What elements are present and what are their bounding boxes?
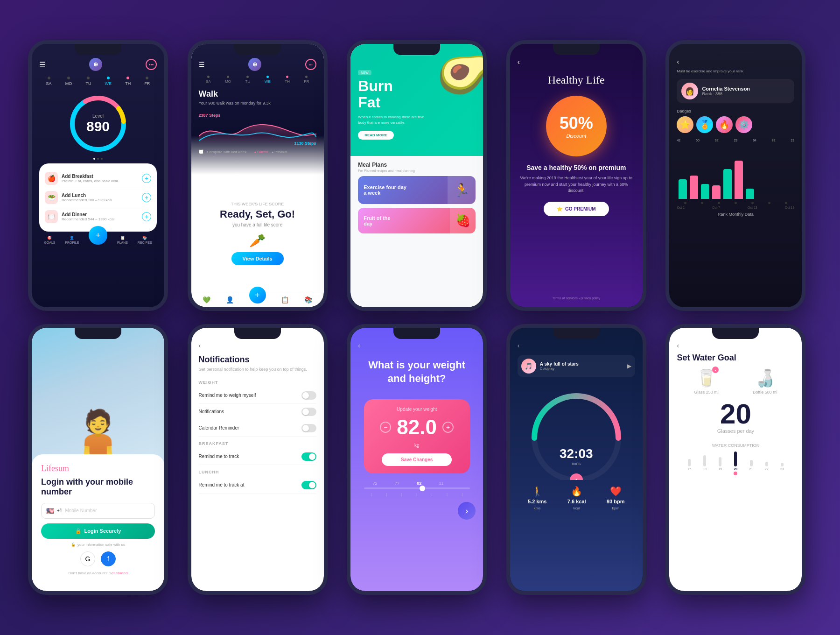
- artist-name: Coldplay: [540, 367, 579, 371]
- lock-icon: 🔒: [75, 528, 82, 534]
- lunch-name: Add Lunch: [62, 193, 142, 198]
- bpm-label: bpm: [612, 506, 620, 510]
- time-18: 18: [703, 455, 707, 475]
- badge-star: ⭐: [677, 116, 693, 133]
- add-breakfast-btn[interactable]: +: [142, 174, 151, 183]
- shield-icon: 🔒: [71, 543, 76, 547]
- meal-plans-title: Meal Plans: [358, 162, 476, 168]
- star-icon: ⭐: [557, 206, 562, 212]
- kcal-label: kcal: [574, 506, 580, 510]
- p2-nav-profile[interactable]: 👤: [226, 296, 234, 303]
- badges-row: ⭐ 🏅 🔥 ⚙️: [677, 116, 794, 133]
- p5-back-btn[interactable]: ‹: [677, 58, 794, 65]
- fruit-card-img: 🍓: [450, 208, 476, 233]
- steps-high: 2387 Steps: [199, 113, 221, 118]
- song-title: A sky full of stars: [540, 361, 579, 367]
- add-lunch-btn[interactable]: +: [142, 193, 151, 202]
- dinner-name: Add Dinner: [62, 212, 142, 217]
- p2-nav-health[interactable]: 💚: [203, 296, 210, 303]
- p7-back-btn[interactable]: ‹: [199, 342, 316, 349]
- badge-gear: ⚙️: [735, 116, 752, 133]
- p2-dots[interactable]: •••: [305, 59, 316, 70]
- google-btn[interactable]: G: [80, 551, 95, 566]
- activity-time-label: mins: [560, 461, 593, 466]
- bottle-label: Bottle 500 ml: [753, 390, 777, 395]
- p2-nav-plans[interactable]: 📋: [281, 296, 289, 303]
- nav-goals[interactable]: 🎯GOALS: [44, 236, 55, 244]
- rank-must: Must be exercise and improve your rank: [677, 69, 794, 73]
- kcal-icon: 🔥: [571, 486, 582, 497]
- view-details-btn[interactable]: View Details: [231, 252, 284, 265]
- exercise-card: Exercise four daya week 🏃: [358, 176, 476, 204]
- day-tu: TU: [85, 77, 91, 86]
- get-started-link[interactable]: Get Started: [109, 571, 128, 575]
- time-22: 22: [765, 462, 769, 475]
- phone-login: 🧘 Lifesum Login with your mobile number …: [28, 324, 168, 595]
- save-changes-btn[interactable]: Save Changes: [382, 453, 451, 466]
- lunch-item: 🥗 Add Lunch Recommended 160 – 920 kcal +: [45, 188, 151, 207]
- time-19: 19: [718, 457, 722, 475]
- breakfast-icon: 🍎: [45, 172, 58, 185]
- consumption-label: WATER CONSUMPTION: [677, 443, 794, 448]
- toggle-track-at[interactable]: [301, 481, 316, 489]
- phone-activity: ‹ 🎵 A sky full of stars Coldplay ▶: [506, 324, 646, 595]
- p2-hamburger[interactable]: ☰: [199, 61, 205, 68]
- user-rank: Rank : 388: [702, 92, 750, 96]
- p2-nav-recipes[interactable]: 📚: [304, 296, 312, 303]
- glasses-count: 20: [677, 400, 794, 428]
- safe-text: 🔒 your information safe with us: [41, 543, 155, 547]
- weight-unit: kg: [373, 443, 461, 448]
- toggle-weigh[interactable]: [301, 391, 316, 400]
- next-circle-btn[interactable]: ›: [458, 502, 476, 520]
- plus-btn[interactable]: +: [442, 422, 454, 433]
- p9-back-btn[interactable]: ‹: [518, 342, 635, 349]
- walk-title: Walk: [199, 89, 316, 99]
- login-title: Login with your mobile number: [41, 477, 155, 497]
- p10-back-btn[interactable]: ‹: [677, 342, 794, 349]
- nav-profile[interactable]: 👤PROFILE: [65, 236, 79, 244]
- music-player: 🎵 A sky full of stars Coldplay ▶: [518, 355, 635, 377]
- p8-back-btn[interactable]: ‹: [358, 342, 360, 349]
- read-more-btn[interactable]: READ MORE: [358, 131, 394, 140]
- nav-plans[interactable]: 📋PLANS: [117, 236, 128, 244]
- nav-add-center[interactable]: +: [89, 226, 107, 245]
- weight-card: Update your weight − 82.0 + kg Save Chan…: [364, 399, 470, 473]
- facebook-btn[interactable]: f: [101, 551, 116, 566]
- day-th: TH: [125, 77, 131, 86]
- discount-label: Discount: [566, 133, 586, 139]
- exercise-card-img: 🏃: [448, 176, 476, 204]
- music-avatar: 🎵: [521, 359, 536, 374]
- play-icon[interactable]: ▶: [627, 363, 631, 369]
- day-we: WE: [105, 77, 112, 86]
- per-day-label: Glasses per day: [677, 428, 794, 434]
- healthy-life-title: Healthy Life: [548, 74, 605, 86]
- toggle-track[interactable]: [301, 452, 316, 461]
- day-mo: MO: [65, 77, 72, 86]
- login-btn[interactable]: 🔒 Login Securely: [41, 523, 155, 539]
- save-text: Save a healthy 50% on premium: [526, 164, 626, 171]
- bottle-container: 🍶 • Bottle 500 ml: [753, 368, 777, 395]
- time-21: 21: [749, 460, 753, 475]
- discount-pct: 50%: [560, 113, 593, 133]
- score-circle: Level 890: [68, 93, 128, 154]
- phone-input-group[interactable]: 🇺🇸 +1 Mobile Number: [41, 503, 155, 519]
- glass-container: 🥛 • Glass 250 ml: [694, 368, 719, 395]
- go-premium-btn[interactable]: ⭐ GO PREMIUM: [544, 202, 609, 216]
- lunch-section: LUNCHH: [199, 470, 316, 474]
- nav-recipes[interactable]: 📚RECIPES: [138, 236, 152, 244]
- stat-bpm: ❤️ 93 bpm bpm: [607, 486, 625, 510]
- compare-checkbox[interactable]: [199, 149, 203, 154]
- minus-btn[interactable]: −: [380, 422, 391, 433]
- p4-back-btn[interactable]: ‹: [518, 58, 520, 66]
- toggle-notifications[interactable]: [301, 408, 316, 416]
- fruit-card-text: Fruit of theday: [358, 210, 450, 232]
- life-score-label: THIS WEEK'S LIFE SCORE: [231, 202, 284, 206]
- toggle-calendar[interactable]: [301, 424, 316, 432]
- weight-value: 82.0: [397, 416, 437, 439]
- breakfast-name: Add Breakfast: [62, 174, 142, 179]
- add-dinner-btn[interactable]: +: [142, 212, 151, 221]
- notification-icon[interactable]: •••: [146, 59, 157, 70]
- water-title: Set Water Goal: [677, 353, 794, 363]
- hamburger-icon[interactable]: ☰: [39, 60, 46, 69]
- p2-nav-add[interactable]: +: [249, 287, 266, 303]
